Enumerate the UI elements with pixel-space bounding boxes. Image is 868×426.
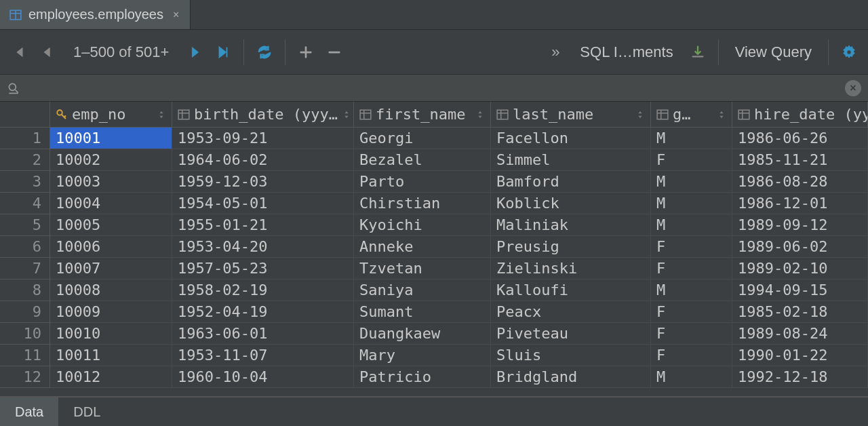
table-row[interactable]: 5100051955-01-21KyoichiMaliniakM1989-09-… [0,214,868,236]
cell-gender[interactable]: M [651,193,732,214]
cell-first_name[interactable]: Saniya [354,279,491,301]
prev-page-button[interactable] [35,40,60,64]
cell-hire_date[interactable]: 1992-12-18 [732,366,868,388]
cell-hire_date[interactable]: 1985-02-18 [732,301,868,323]
cell-birth_date[interactable]: 1953-11-07 [172,345,354,366]
sql-inserts-button[interactable]: SQL I…ments [572,43,681,61]
cell-emp_no[interactable]: 10010 [50,323,172,345]
cell-emp_no[interactable]: 10012 [50,366,172,388]
cell-first_name[interactable]: Bezalel [354,149,491,171]
cell-first_name[interactable]: Sumant [354,301,491,323]
cell-last_name[interactable]: Zielinski [491,258,651,279]
cell-first_name[interactable]: Mary [354,345,491,366]
table-row[interactable]: 12100121960-10-04PatricioBridglandM1992-… [0,366,868,388]
cell-hire_date[interactable]: 1990-01-22 [732,345,868,366]
table-row[interactable]: 11100111953-11-07MarySluisF1990-01-22 [0,345,868,366]
cell-emp_no[interactable]: 10007 [50,258,172,279]
settings-button[interactable] [837,40,861,64]
cell-emp_no[interactable]: 10011 [50,345,172,366]
cell-last_name[interactable]: Maliniak [491,214,651,236]
tab-ddl[interactable]: DDL [58,398,115,426]
cell-last_name[interactable]: Simmel [491,149,651,171]
table-row[interactable]: 9100091952-04-19SumantPeacxF1985-02-18 [0,301,868,323]
cell-last_name[interactable]: Preusig [491,236,651,258]
cell-last_name[interactable]: Bridgland [491,366,651,388]
cell-birth_date[interactable]: 1952-04-19 [172,301,354,323]
cell-last_name[interactable]: Kalloufi [491,279,651,301]
table-row[interactable]: 10100101963-06-01DuangkaewPiveteauF1989-… [0,323,868,345]
cell-gender[interactable]: F [651,301,732,323]
cell-hire_date[interactable]: 1986-12-01 [732,193,868,214]
cell-hire_date[interactable]: 1989-06-02 [732,236,868,258]
cell-emp_no[interactable]: 10002 [50,149,172,171]
export-button[interactable] [686,40,710,64]
more-actions-button[interactable]: » [543,40,568,64]
table-row[interactable]: 4100041954-05-01ChirstianKoblickM1986-12… [0,193,868,214]
cell-gender[interactable]: F [651,258,732,279]
editor-tab[interactable]: employees.employees × [0,0,191,29]
last-page-button[interactable] [211,40,235,64]
remove-row-button[interactable] [322,40,347,64]
cell-last_name[interactable]: Piveteau [491,323,651,345]
cell-hire_date[interactable]: 1986-06-26 [732,128,868,149]
cell-gender[interactable]: M [651,279,732,301]
cell-hire_date[interactable]: 1994-09-15 [732,279,868,301]
table-row[interactable]: 6100061953-04-20AnnekePreusigF1989-06-02 [0,236,868,258]
cell-gender[interactable]: M [651,171,732,193]
column-header[interactable]: birth_date (yyy… [172,102,354,128]
filter-input[interactable] [27,75,838,101]
view-query-button[interactable]: View Query [727,43,820,61]
cell-gender[interactable]: M [651,366,732,388]
column-header[interactable]: first_name [354,102,491,128]
cell-hire_date[interactable]: 1985-11-21 [732,149,868,171]
cell-hire_date[interactable]: 1989-02-10 [732,258,868,279]
cell-emp_no[interactable]: 10001 [50,128,172,149]
cell-birth_date[interactable]: 1959-12-03 [172,171,354,193]
cell-first_name[interactable]: Duangkaew [354,323,491,345]
cell-emp_no[interactable]: 10009 [50,301,172,323]
cell-last_name[interactable]: Bamford [491,171,651,193]
cell-gender[interactable]: F [651,236,732,258]
first-page-button[interactable] [7,40,31,64]
column-header[interactable]: g… [651,102,732,128]
table-row[interactable]: 1100011953-09-21GeorgiFacellonM1986-06-2… [0,128,868,149]
tab-data[interactable]: Data [0,398,58,426]
cell-emp_no[interactable]: 10005 [50,214,172,236]
table-row[interactable]: 2100021964-06-02BezalelSimmelF1985-11-21 [0,149,868,171]
cell-last_name[interactable]: Sluis [491,345,651,366]
cell-birth_date[interactable]: 1953-04-20 [172,236,354,258]
cell-birth_date[interactable]: 1955-01-21 [172,214,354,236]
cell-emp_no[interactable]: 10004 [50,193,172,214]
cell-first_name[interactable]: Tzvetan [354,258,491,279]
cell-last_name[interactable]: Koblick [491,193,651,214]
cell-emp_no[interactable]: 10008 [50,279,172,301]
cell-birth_date[interactable]: 1953-09-21 [172,128,354,149]
cell-gender[interactable]: F [651,345,732,366]
cell-hire_date[interactable]: 1989-09-12 [732,214,868,236]
cell-emp_no[interactable]: 10003 [50,171,172,193]
cell-birth_date[interactable]: 1957-05-23 [172,258,354,279]
cell-birth_date[interactable]: 1963-06-01 [172,323,354,345]
cell-first_name[interactable]: Georgi [354,128,491,149]
table-row[interactable]: 8100081958-02-19SaniyaKalloufiM1994-09-1… [0,279,868,301]
cell-birth_date[interactable]: 1958-02-19 [172,279,354,301]
cell-first_name[interactable]: Anneke [354,236,491,258]
cell-hire_date[interactable]: 1986-08-28 [732,171,868,193]
cell-gender[interactable]: M [651,128,732,149]
cell-first_name[interactable]: Parto [354,171,491,193]
add-row-button[interactable] [294,40,318,64]
next-page-button[interactable] [182,40,207,64]
cell-last_name[interactable]: Facellon [491,128,651,149]
cell-gender[interactable]: F [651,323,732,345]
column-header[interactable]: last_name [491,102,651,128]
cell-birth_date[interactable]: 1960-10-04 [172,366,354,388]
cell-hire_date[interactable]: 1989-08-24 [732,323,868,345]
cell-first_name[interactable]: Chirstian [354,193,491,214]
column-header[interactable]: hire_date (yy [732,102,868,128]
table-row[interactable]: 7100071957-05-23TzvetanZielinskiF1989-02… [0,258,868,279]
table-row[interactable]: 3100031959-12-03PartoBamfordM1986-08-28 [0,171,868,193]
cell-birth_date[interactable]: 1954-05-01 [172,193,354,214]
cell-birth_date[interactable]: 1964-06-02 [172,149,354,171]
cell-gender[interactable]: F [651,149,732,171]
clear-filter-button[interactable]: × [845,80,861,96]
